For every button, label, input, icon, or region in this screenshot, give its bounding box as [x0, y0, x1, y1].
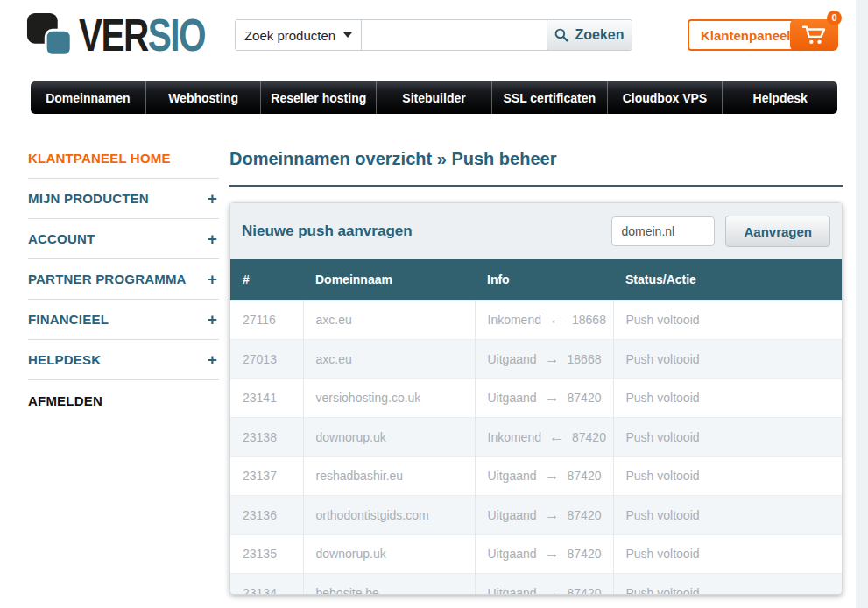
request-push-button[interactable]: Aanvragen: [725, 216, 830, 247]
sidebar-item-financieel[interactable]: FINANCIEEL+: [28, 300, 219, 340]
sidebar-item-label: AFMELDEN: [28, 393, 102, 408]
nav-item-helpdesk[interactable]: Helpdesk: [723, 81, 837, 114]
sidebar-item-label: ACCOUNT: [28, 231, 95, 246]
info-cell: Uitgaand → 87420: [475, 378, 613, 418]
table-row: 27013 axc.eu Uitgaand → 18668 Push volto…: [230, 340, 842, 379]
status-cell: Push voltooid: [613, 534, 842, 574]
search-category-dropdown[interactable]: Zoek producten: [236, 20, 362, 50]
domain-input[interactable]: [611, 216, 715, 246]
domain-cell: reshadbashir.eu: [303, 456, 475, 496]
counterparty-tag: 87420: [568, 469, 602, 483]
domain-cell: downorup.uk: [303, 534, 475, 574]
sidebar-item-label: FINANCIEEL: [28, 312, 109, 327]
counterparty-tag: 87420: [568, 547, 602, 561]
direction-label: Uitgaand: [488, 508, 537, 522]
push-id-cell: 23136: [230, 496, 303, 535]
direction-arrow-icon: →: [545, 587, 560, 595]
right-gutter: [856, 0, 868, 608]
direction-label: Inkomend: [488, 313, 541, 327]
nav-item-ssl-certificaten[interactable]: SSL certificaten: [492, 81, 608, 114]
table-row: 23134 bebosite.be Uitgaand → 87420 Push …: [230, 574, 842, 596]
table-row: 23135 downorup.uk Uitgaand → 87420 Push …: [230, 534, 842, 574]
cart-button[interactable]: 0: [790, 19, 838, 51]
nav-item-reseller-hosting[interactable]: Reseller hosting: [261, 81, 377, 114]
chevron-down-icon: [343, 32, 352, 38]
status-cell: Push voltooid: [613, 378, 842, 418]
search-button[interactable]: Zoeken: [547, 20, 632, 50]
page-title: Domeinnamen overzicht » Push beheer: [229, 138, 843, 169]
versio-logo-text: VERSIO: [79, 11, 205, 60]
cart-count-badge: 0: [827, 11, 842, 25]
domain-cell: orthodontistgids.com: [303, 496, 475, 535]
sidebar-item-account[interactable]: ACCOUNT+: [28, 219, 219, 259]
push-id-cell: 23135: [230, 534, 303, 574]
info-cell: Inkomend ← 18668: [475, 300, 613, 340]
sidebar-item-mijn-producten[interactable]: MIJN PRODUCTEN+: [28, 179, 219, 219]
direction-label: Uitgaand: [488, 391, 537, 405]
sidebar: KLANTPANEEL HOMEMIJN PRODUCTEN+ACCOUNT+P…: [28, 138, 219, 421]
sidebar-item-afmelden[interactable]: AFMELDEN: [28, 380, 219, 421]
search-icon: [554, 28, 568, 42]
sidebar-item-label: PARTNER PROGRAMMA: [28, 272, 187, 286]
status-cell: Push voltooid: [613, 300, 842, 340]
counterparty-tag: 87420: [572, 430, 606, 444]
info-cell: Uitgaand → 18668: [475, 340, 613, 379]
table-row: 23136 orthodontistgids.com Uitgaand → 87…: [230, 496, 842, 535]
sidebar-item-klantpaneel-home[interactable]: KLANTPANEEL HOME: [28, 138, 219, 179]
versio-logo-icon: [26, 11, 75, 60]
domain-cell: axc.eu: [303, 300, 475, 340]
nav-item-domeinnamen[interactable]: Domeinnamen: [31, 81, 146, 114]
push-card: Nieuwe push aanvragen Aanvragen # Domein…: [229, 202, 843, 595]
title-divider: [229, 185, 843, 187]
direction-arrow-icon: →: [545, 470, 560, 482]
table-row: 27116 axc.eu Inkomend ← 18668 Push volto…: [230, 300, 842, 340]
direction-arrow-icon: →: [545, 392, 560, 404]
push-table: # Domeinnaam Info Status/Actie 27116 axc…: [230, 259, 842, 595]
info-cell: Inkomend ← 87420: [475, 418, 613, 457]
plus-expand-icon[interactable]: +: [208, 270, 219, 289]
direction-label: Inkomend: [488, 430, 541, 444]
klantenpaneel-button[interactable]: Klantenpaneel: [688, 19, 804, 51]
status-cell: Push voltooid: [613, 418, 842, 457]
info-cell: Uitgaand → 87420: [475, 496, 613, 535]
sidebar-item-label: KLANTPANEEL HOME: [28, 151, 171, 166]
plus-expand-icon[interactable]: +: [208, 350, 219, 370]
page: VERSIO Zoek producten Zoeken Klantenpane…: [0, 0, 868, 608]
sidebar-item-partner-programma[interactable]: PARTNER PROGRAMMA+: [28, 259, 219, 300]
table-row: 23138 downorup.uk Inkomend ← 87420 Push …: [230, 418, 842, 457]
col-header-info: Info: [475, 259, 613, 300]
status-cell: Push voltooid: [613, 340, 842, 379]
plus-expand-icon[interactable]: +: [208, 189, 219, 209]
direction-arrow-icon: →: [545, 353, 560, 365]
header: VERSIO Zoek producten Zoeken Klantenpane…: [0, 0, 854, 79]
direction-label: Uitgaand: [488, 586, 537, 595]
push-id-cell: 23141: [230, 378, 303, 418]
col-header-status: Status/Actie: [613, 259, 842, 300]
counterparty-tag: 87420: [568, 586, 602, 595]
direction-arrow-icon: ←: [549, 314, 564, 326]
nav-item-sitebuilder[interactable]: Sitebuilder: [377, 81, 492, 114]
col-header-id: #: [230, 259, 303, 300]
domain-cell: bebosite.be: [303, 574, 475, 596]
table-row: 23137 reshadbashir.eu Uitgaand → 87420 P…: [230, 456, 842, 496]
nav-item-cloudbox-vps[interactable]: Cloudbox VPS: [608, 81, 723, 114]
direction-arrow-icon: →: [545, 509, 560, 521]
status-cell: Push voltooid: [613, 456, 842, 496]
nav-item-webhosting[interactable]: Webhosting: [146, 81, 262, 114]
versio-logo[interactable]: VERSIO: [26, 11, 241, 60]
sidebar-item-helpdesk[interactable]: HELPDESK+: [28, 340, 219, 380]
info-cell: Uitgaand → 87420: [475, 534, 613, 574]
search-input[interactable]: [362, 20, 547, 50]
plus-expand-icon[interactable]: +: [208, 310, 219, 329]
direction-label: Uitgaand: [488, 469, 537, 483]
counterparty-tag: 18668: [568, 352, 602, 366]
push-id-cell: 27013: [230, 340, 303, 379]
cart-icon: [801, 25, 828, 46]
table-row: 23141 versiohosting.co.uk Uitgaand → 874…: [230, 378, 842, 418]
status-cell: Push voltooid: [613, 574, 842, 596]
col-header-domain: Domeinnaam: [303, 259, 475, 300]
direction-label: Uitgaand: [488, 352, 537, 366]
new-push-panel: Nieuwe push aanvragen Aanvragen: [230, 203, 842, 259]
plus-expand-icon[interactable]: +: [208, 230, 219, 249]
main-nav: DomeinnamenWebhostingReseller hostingSit…: [31, 81, 837, 114]
